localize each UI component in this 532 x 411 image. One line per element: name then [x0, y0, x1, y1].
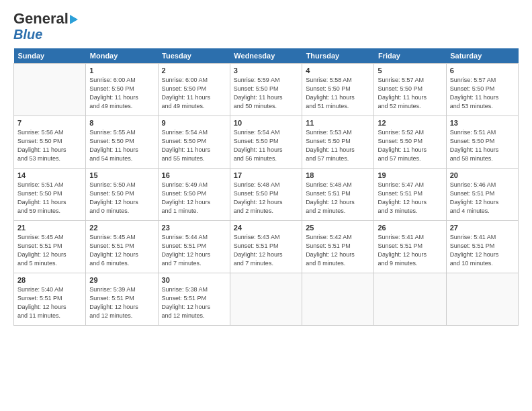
calendar-cell: 25Sunrise: 5:42 AM Sunset: 5:51 PM Dayli…	[302, 221, 374, 273]
calendar-cell: 22Sunrise: 5:45 AM Sunset: 5:51 PM Dayli…	[86, 221, 158, 273]
weekday-header-sunday: Sunday	[14, 48, 86, 64]
calendar-cell: 3Sunrise: 5:59 AM Sunset: 5:50 PM Daylig…	[230, 64, 302, 116]
calendar-cell: 28Sunrise: 5:40 AM Sunset: 5:51 PM Dayli…	[14, 273, 86, 326]
page-header: General Blue	[13, 11, 519, 42]
weekday-header-thursday: Thursday	[302, 48, 374, 64]
weekday-header-saturday: Saturday	[446, 48, 518, 64]
day-info: Sunrise: 5:41 AM Sunset: 5:51 PM Dayligh…	[450, 233, 515, 268]
day-number: 21	[17, 224, 82, 232]
day-number: 10	[234, 119, 298, 127]
day-info: Sunrise: 5:59 AM Sunset: 5:50 PM Dayligh…	[234, 76, 298, 111]
weekday-header-tuesday: Tuesday	[158, 48, 230, 64]
day-info: Sunrise: 5:51 AM Sunset: 5:50 PM Dayligh…	[17, 181, 82, 216]
calendar-cell: 24Sunrise: 5:43 AM Sunset: 5:51 PM Dayli…	[230, 221, 302, 273]
calendar-cell: 18Sunrise: 5:48 AM Sunset: 5:51 PM Dayli…	[302, 169, 374, 221]
day-number: 1	[89, 66, 154, 75]
day-info: Sunrise: 5:49 AM Sunset: 5:50 PM Dayligh…	[162, 181, 226, 216]
day-info: Sunrise: 5:44 AM Sunset: 5:51 PM Dayligh…	[162, 233, 226, 268]
day-info: Sunrise: 5:48 AM Sunset: 5:50 PM Dayligh…	[234, 181, 298, 216]
day-number: 20	[450, 171, 515, 179]
day-number: 22	[89, 224, 154, 232]
calendar-cell: 20Sunrise: 5:46 AM Sunset: 5:51 PM Dayli…	[446, 169, 518, 221]
calendar-table: SundayMondayTuesdayWednesdayThursdayFrid…	[13, 48, 519, 326]
day-info: Sunrise: 6:00 AM Sunset: 5:50 PM Dayligh…	[162, 76, 226, 111]
calendar-cell: 5Sunrise: 5:57 AM Sunset: 5:50 PM Daylig…	[374, 64, 446, 116]
weekday-header-monday: Monday	[86, 48, 158, 64]
calendar-cell: 4Sunrise: 5:58 AM Sunset: 5:50 PM Daylig…	[302, 64, 374, 116]
day-number: 30	[162, 276, 226, 284]
day-info: Sunrise: 5:55 AM Sunset: 5:50 PM Dayligh…	[89, 128, 154, 163]
day-info: Sunrise: 5:45 AM Sunset: 5:51 PM Dayligh…	[89, 233, 154, 268]
calendar-cell: 14Sunrise: 5:51 AM Sunset: 5:50 PM Dayli…	[14, 169, 86, 221]
calendar-cell: 11Sunrise: 5:53 AM Sunset: 5:50 PM Dayli…	[302, 116, 374, 169]
calendar-cell: 27Sunrise: 5:41 AM Sunset: 5:51 PM Dayli…	[446, 221, 518, 273]
calendar-cell: 15Sunrise: 5:50 AM Sunset: 5:50 PM Dayli…	[86, 169, 158, 221]
weekday-header-wednesday: Wednesday	[230, 48, 302, 64]
calendar-cell: 29Sunrise: 5:39 AM Sunset: 5:51 PM Dayli…	[86, 273, 158, 326]
day-number: 18	[306, 171, 370, 179]
day-number: 5	[378, 66, 442, 75]
day-info: Sunrise: 5:50 AM Sunset: 5:50 PM Dayligh…	[89, 181, 154, 216]
day-info: Sunrise: 5:38 AM Sunset: 5:51 PM Dayligh…	[162, 285, 226, 320]
day-info: Sunrise: 5:57 AM Sunset: 5:50 PM Dayligh…	[450, 76, 515, 111]
day-number: 9	[162, 119, 226, 127]
day-info: Sunrise: 5:39 AM Sunset: 5:51 PM Dayligh…	[89, 285, 154, 320]
calendar-cell: 19Sunrise: 5:47 AM Sunset: 5:51 PM Dayli…	[374, 169, 446, 221]
day-info: Sunrise: 5:57 AM Sunset: 5:50 PM Dayligh…	[378, 76, 442, 111]
calendar-cell: 1Sunrise: 6:00 AM Sunset: 5:50 PM Daylig…	[86, 64, 158, 116]
calendar-cell: 6Sunrise: 5:57 AM Sunset: 5:50 PM Daylig…	[446, 64, 518, 116]
calendar-cell: 26Sunrise: 5:41 AM Sunset: 5:51 PM Dayli…	[374, 221, 446, 273]
calendar-cell	[230, 273, 302, 326]
day-number: 2	[162, 66, 226, 75]
day-info: Sunrise: 5:52 AM Sunset: 5:50 PM Dayligh…	[378, 128, 442, 163]
day-number: 13	[450, 119, 515, 127]
calendar-cell: 9Sunrise: 5:54 AM Sunset: 5:50 PM Daylig…	[158, 116, 230, 169]
calendar-cell: 30Sunrise: 5:38 AM Sunset: 5:51 PM Dayli…	[158, 273, 230, 326]
day-number: 24	[234, 224, 298, 232]
day-info: Sunrise: 5:42 AM Sunset: 5:51 PM Dayligh…	[306, 233, 370, 268]
day-number: 16	[162, 171, 226, 179]
calendar-cell: 12Sunrise: 5:52 AM Sunset: 5:50 PM Dayli…	[374, 116, 446, 169]
day-number: 12	[378, 119, 442, 127]
day-number: 27	[450, 224, 515, 232]
day-number: 25	[306, 224, 370, 232]
day-number: 29	[89, 276, 154, 284]
day-number: 15	[89, 171, 154, 179]
weekday-header-friday: Friday	[374, 48, 446, 64]
day-number: 28	[17, 276, 82, 284]
calendar-cell	[446, 273, 518, 326]
calendar-cell: 2Sunrise: 6:00 AM Sunset: 5:50 PM Daylig…	[158, 64, 230, 116]
day-info: Sunrise: 5:58 AM Sunset: 5:50 PM Dayligh…	[306, 76, 370, 111]
day-info: Sunrise: 5:47 AM Sunset: 5:51 PM Dayligh…	[378, 181, 442, 216]
calendar-cell	[374, 273, 446, 326]
day-info: Sunrise: 5:54 AM Sunset: 5:50 PM Dayligh…	[162, 128, 226, 163]
day-info: Sunrise: 5:45 AM Sunset: 5:51 PM Dayligh…	[17, 233, 82, 268]
day-info: Sunrise: 5:51 AM Sunset: 5:50 PM Dayligh…	[450, 128, 515, 163]
logo: General Blue	[13, 11, 78, 42]
calendar-cell: 8Sunrise: 5:55 AM Sunset: 5:50 PM Daylig…	[86, 116, 158, 169]
calendar-cell: 13Sunrise: 5:51 AM Sunset: 5:50 PM Dayli…	[446, 116, 518, 169]
calendar-cell: 7Sunrise: 5:56 AM Sunset: 5:50 PM Daylig…	[14, 116, 86, 169]
calendar-cell: 21Sunrise: 5:45 AM Sunset: 5:51 PM Dayli…	[14, 221, 86, 273]
day-info: Sunrise: 5:48 AM Sunset: 5:51 PM Dayligh…	[306, 181, 370, 216]
calendar-cell: 10Sunrise: 5:54 AM Sunset: 5:50 PM Dayli…	[230, 116, 302, 169]
day-info: Sunrise: 5:54 AM Sunset: 5:50 PM Dayligh…	[234, 128, 298, 163]
day-info: Sunrise: 5:53 AM Sunset: 5:50 PM Dayligh…	[306, 128, 370, 163]
day-info: Sunrise: 5:46 AM Sunset: 5:51 PM Dayligh…	[450, 181, 515, 216]
day-number: 26	[378, 224, 442, 232]
day-number: 3	[234, 66, 298, 75]
day-number: 17	[234, 171, 298, 179]
day-info: Sunrise: 5:40 AM Sunset: 5:51 PM Dayligh…	[17, 285, 82, 320]
day-info: Sunrise: 5:43 AM Sunset: 5:51 PM Dayligh…	[234, 233, 298, 268]
calendar-cell: 17Sunrise: 5:48 AM Sunset: 5:50 PM Dayli…	[230, 169, 302, 221]
day-info: Sunrise: 5:41 AM Sunset: 5:51 PM Dayligh…	[378, 233, 442, 268]
day-number: 23	[162, 224, 226, 232]
day-number: 14	[17, 171, 82, 179]
day-number: 7	[17, 119, 82, 127]
logo-text: General	[13, 11, 78, 27]
day-number: 8	[89, 119, 154, 127]
day-number: 6	[450, 66, 515, 75]
calendar-cell: 16Sunrise: 5:49 AM Sunset: 5:50 PM Dayli…	[158, 169, 230, 221]
calendar-cell: 23Sunrise: 5:44 AM Sunset: 5:51 PM Dayli…	[158, 221, 230, 273]
day-number: 19	[378, 171, 442, 179]
